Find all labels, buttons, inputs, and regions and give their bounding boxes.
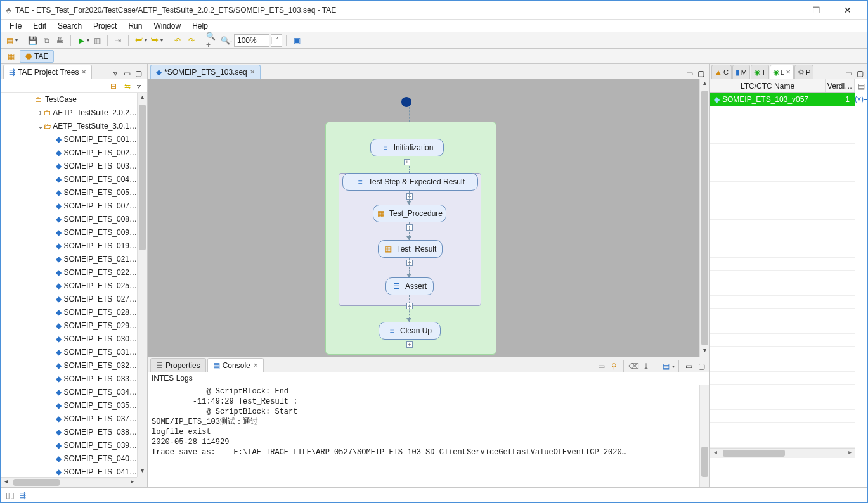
minimize-view-icon[interactable]: ▭ xyxy=(683,360,694,372)
status-tree-icon[interactable]: ⇶ xyxy=(20,491,26,500)
tree-node-seq[interactable]: ◆SOMEIP_ETS_007… xyxy=(1,200,137,213)
zoom-dropdown[interactable]: ˅ xyxy=(271,34,282,47)
editor-tab[interactable]: ◆ *SOMEIP_ETS_103.seq ✕ xyxy=(150,65,261,79)
tree-node-seq[interactable]: ◆SOMEIP_ETS_038… xyxy=(1,426,137,439)
tree-node-seq[interactable]: ◆SOMEIP_ETS_032… xyxy=(1,359,137,372)
flowchart-canvas[interactable]: ≡ Initialization + ≡ Test Step & Expecte… xyxy=(148,79,699,357)
menu-edit[interactable]: Edit xyxy=(28,20,51,32)
console-action-icon[interactable]: ▭ xyxy=(595,360,607,372)
tree-node-seq[interactable]: ◆SOMEIP_ETS_037… xyxy=(1,412,137,426)
tab-c[interactable]: ▲C xyxy=(711,65,732,79)
tab-console[interactable]: ▤ Console ✕ xyxy=(207,358,264,372)
tree-horizontal-scrollbar[interactable]: ◂▸ xyxy=(1,477,137,487)
tree-node-seq[interactable]: ◆SOMEIP_ETS_025… xyxy=(1,279,137,293)
console-scrolllock-icon[interactable]: ⤓ xyxy=(640,360,652,372)
node-test-step[interactable]: ≡ Test Step & Expected Result xyxy=(342,173,478,191)
zoom-input[interactable]: 100% xyxy=(234,34,269,47)
console-clear-icon[interactable]: ⌫ xyxy=(628,360,639,372)
node-initialization[interactable]: ≡ Initialization xyxy=(370,139,444,156)
expand-node-icon[interactable]: + xyxy=(404,159,410,165)
results-horizontal-scrollbar[interactable]: ◂▸ xyxy=(710,448,855,458)
project-tree[interactable]: 🗀 TestCase › 🗀 AETP_TestSuite_2.0.2… ⌄ 🗁… xyxy=(1,93,137,477)
tree-node-seq[interactable]: ◆SOMEIP_ETS_033… xyxy=(1,372,137,386)
perspective-tae[interactable]: ⬣ TAE xyxy=(20,50,54,63)
window-close-button[interactable]: ✕ xyxy=(833,1,862,19)
window-minimize-button[interactable]: — xyxy=(770,1,799,19)
column-ltc-name[interactable]: LTC/CTC Name xyxy=(710,79,826,92)
tree-node-seq[interactable]: ◆SOMEIP_ETS_021… xyxy=(1,253,137,266)
open-perspective-button[interactable]: ▦ xyxy=(4,50,17,63)
save-button[interactable]: 💾 xyxy=(26,34,39,47)
node-clean-up[interactable]: ≡ Clean Up xyxy=(379,322,441,340)
maximize-editor-icon[interactable]: ▢ xyxy=(696,68,706,79)
close-view-icon[interactable]: ✕ xyxy=(786,68,791,75)
snapshot-button[interactable]: ▣ xyxy=(290,34,303,47)
node-assert[interactable]: ☰ Assert xyxy=(385,277,434,295)
menu-search[interactable]: Search xyxy=(53,20,87,32)
copy-button[interactable]: ⧉ xyxy=(40,34,53,47)
console-output[interactable]: @ ScriptBlock: End -11:49:29 Test_Result… xyxy=(148,385,709,487)
tab-p[interactable]: ⚙P xyxy=(794,65,813,79)
close-view-icon[interactable]: ✕ xyxy=(253,362,258,369)
tree-node-seq[interactable]: ◆SOMEIP_ETS_029… xyxy=(1,319,137,333)
tab-m[interactable]: ▮M xyxy=(732,65,750,79)
tree-node-seq[interactable]: ◆SOMEIP_ETS_019… xyxy=(1,239,137,253)
tree-node-seq[interactable]: ◆SOMEIP_ETS_031… xyxy=(1,346,137,359)
tree-node-seq[interactable]: ◆SOMEIP_ETS_001… xyxy=(1,133,137,146)
view-menu-icon[interactable]: ▿ xyxy=(110,68,120,79)
stop-button[interactable]: ▥ xyxy=(91,34,103,47)
tree-node-seq[interactable]: ◆SOMEIP_ETS_027… xyxy=(1,293,137,306)
node-test-procedure[interactable]: ▦ Test_Procedure xyxy=(373,205,446,222)
console-open-icon[interactable]: ▤ xyxy=(660,360,671,372)
tree-node-seq[interactable]: ◆SOMEIP_ETS_004… xyxy=(1,173,137,186)
tree-node-testcase[interactable]: 🗀 TestCase xyxy=(1,93,137,106)
start-node[interactable] xyxy=(401,97,411,107)
tree-node-seq[interactable]: ◆SOMEIP_ETS_003… xyxy=(1,160,137,173)
back-button[interactable]: ⮨▾ xyxy=(133,34,147,47)
print-button[interactable]: 🖶 xyxy=(54,34,67,47)
tree-node-seq[interactable]: ◆SOMEIP_ETS_039… xyxy=(1,439,137,452)
zoom-out-button[interactable]: 🔍- xyxy=(220,34,233,47)
tab-l[interactable]: ◉L✕ xyxy=(770,65,794,79)
expand-node-icon[interactable]: + xyxy=(406,224,413,231)
menu-project[interactable]: Project xyxy=(88,20,122,32)
tree-node-seq[interactable]: ◆SOMEIP_ETS_034… xyxy=(1,386,137,399)
menu-run[interactable]: Run xyxy=(123,20,147,32)
expand-node-icon[interactable]: + xyxy=(406,260,413,266)
tree-node-seq[interactable]: ◆SOMEIP_ETS_005… xyxy=(1,186,137,200)
zoom-in-button[interactable]: 🔍+ xyxy=(206,34,219,47)
minimize-editor-icon[interactable]: ▭ xyxy=(684,68,694,79)
close-tab-icon[interactable]: ✕ xyxy=(250,68,255,75)
tree-node-seq[interactable]: ◆SOMEIP_ETS_035… xyxy=(1,399,137,412)
tree-node-seq[interactable]: ◆SOMEIP_ETS_002… xyxy=(1,146,137,160)
status-icon[interactable]: ▯▯ xyxy=(6,491,15,500)
console-vertical-scrollbar[interactable] xyxy=(699,385,709,487)
console-pin-icon[interactable]: ⚲ xyxy=(608,360,619,372)
tree-vertical-scrollbar[interactable]: ▴▾ xyxy=(137,93,147,477)
dropdown-icon[interactable]: ▾ xyxy=(672,364,675,369)
tab-project-trees[interactable]: ⇶ TAE Project Trees ✕ xyxy=(3,65,92,79)
tree-node-suite[interactable]: ⌄ 🗁 AETP_TestSuite_3.0.1… xyxy=(1,120,137,133)
tab-t[interactable]: ◉T xyxy=(751,65,769,79)
tree-node-seq[interactable]: ◆SOMEIP_ETS_030… xyxy=(1,333,137,346)
window-maximize-button[interactable]: ☐ xyxy=(801,1,831,19)
tree-node-seq[interactable]: ◆SOMEIP_ETS_009… xyxy=(1,226,137,239)
run-button[interactable]: ▶▾ xyxy=(75,34,89,47)
variables-icon[interactable]: (x)= xyxy=(855,94,868,103)
minimize-view-icon[interactable]: ▭ xyxy=(843,68,853,79)
tree-node-seq[interactable]: ◆SOMEIP_ETS_028… xyxy=(1,306,137,319)
minimize-view-icon[interactable]: ▭ xyxy=(122,68,132,79)
undo-button[interactable]: ↶ xyxy=(171,34,184,47)
maximize-view-icon[interactable]: ▢ xyxy=(855,68,865,79)
tree-node-seq[interactable]: ◆SOMEIP_ETS_041… xyxy=(1,466,137,477)
maximize-view-icon[interactable]: ▢ xyxy=(133,68,143,79)
collapse-node-icon[interactable]: − xyxy=(406,193,413,200)
export-button[interactable]: ⇥ xyxy=(112,34,124,47)
tree-node-seq[interactable]: ◆SOMEIP_ETS_008… xyxy=(1,213,137,226)
maximize-view-icon[interactable]: ▢ xyxy=(696,360,707,372)
menu-window[interactable]: Window xyxy=(148,20,186,32)
forward-button[interactable]: ⮩▾ xyxy=(148,34,163,47)
tree-node-seq[interactable]: ◆SOMEIP_ETS_040… xyxy=(1,452,137,466)
table-row[interactable]: ◆SOMEIP_ETS_103_v057 1 xyxy=(710,93,855,106)
menu-file[interactable]: File xyxy=(4,20,27,32)
